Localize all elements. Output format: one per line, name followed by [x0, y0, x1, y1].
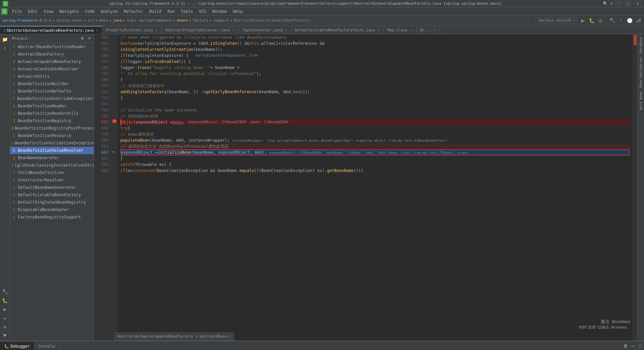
debug-panel-expand[interactable]: □	[637, 342, 644, 350]
menu-run[interactable]: Run	[165, 8, 178, 14]
menu-tools[interactable]: Tools	[178, 8, 196, 14]
code-line-595: // Initialize the bean instance.	[120, 107, 630, 113]
class-icon-6: C	[11, 89, 17, 94]
side-run-icon[interactable]: ▶	[1, 306, 9, 313]
file-tabs: J AbstractAutowireCapableBeanFactory.jav…	[0, 26, 644, 34]
module-sep9: ▸	[230, 18, 233, 23]
menu-file[interactable]: File	[9, 8, 25, 14]
history-button[interactable]: 🕐	[626, 17, 633, 24]
menu-help[interactable]: Help	[230, 8, 245, 14]
tree-item-bdregpostprocessor[interactable]: I BeanDefinitionRegistryPostProcessor	[10, 125, 94, 132]
menu-navigate[interactable]: Navigate	[57, 8, 82, 14]
side-project-icon[interactable]: 📁	[1, 36, 9, 43]
execution-pointer-602: →	[112, 149, 114, 154]
code-line-587: if (logger.isTraceEnabled()) {	[120, 59, 630, 65]
side-structure-icon[interactable]: ≡	[1, 323, 9, 330]
build-button[interactable]: 🔨	[608, 17, 616, 24]
tab-default-listable[interactable]: DefaultListableBeanFactoryTests.java ✕	[292, 26, 384, 34]
tree-item-abstractbeanfactory[interactable]: C AbstractBeanFactory	[10, 50, 94, 58]
menu-build[interactable]: Build	[147, 8, 164, 14]
module-sep3: ▸	[109, 18, 112, 23]
tab-abstract-autowire[interactable]: J AbstractAutowireCapableBeanFactory.jav…	[0, 26, 103, 34]
tree-item-defaultsingletonreg[interactable]: C DefaultSingletonBeanRegistry	[10, 199, 94, 206]
tree-item-beandefinitionoverride[interactable]: C BeanDefinitionOverrideException	[10, 95, 94, 102]
tab-close-4[interactable]: ✕	[376, 28, 380, 32]
minimize-btn[interactable]: ─	[615, 1, 622, 6]
code-line-601: // 调用初始化方法 包括BeanPostProcessor属性处理器	[120, 143, 630, 149]
tree-item-beandefinitiondefaults[interactable]: C BeanDefinitionDefaults	[10, 88, 94, 95]
tree-item-bdvalidationexc[interactable]: C BeanDefinitionValidationException	[10, 139, 94, 147]
class-icon-23: C	[11, 214, 17, 220]
class-icon-4: C	[11, 74, 17, 79]
tree-item-abstractbeandefread[interactable]: C AbstractBeanDefinitionReader	[10, 43, 94, 50]
tab-map-class[interactable]: Map.class ✕	[384, 26, 417, 34]
tree-item-disposablebeanadapter[interactable]: C DisposableBeanAdapter	[10, 206, 94, 213]
tree-item-autowireutils[interactable]: C AutowireUtils	[10, 73, 94, 80]
vcs-button[interactable]: ↑	[617, 17, 624, 24]
tree-item-constructorresolver[interactable]: C ConstructorResolver	[10, 176, 94, 184]
menu-refactor[interactable]: Refactor	[121, 8, 146, 14]
menu-window[interactable]: Window	[210, 8, 229, 14]
side-debug-icon[interactable]: 🐛	[1, 297, 9, 304]
class-icon-12: C	[11, 133, 17, 138]
run-button[interactable]: ▶	[579, 17, 586, 24]
tab-type-converter[interactable]: TypeConverter.java ✕	[239, 26, 291, 34]
tree-item-beannamegenerator[interactable]: I BeanNameGenerator	[10, 154, 94, 162]
debug-panel-gear[interactable]: ⚙	[622, 342, 629, 350]
code-line-593: }	[120, 95, 630, 101]
tab-close-6[interactable]: ✕	[432, 28, 437, 32]
tab-abstract-property[interactable]: AbstractPropertyAccessor.java ✕	[162, 26, 239, 34]
side-commit-icon[interactable]: ↑	[1, 44, 9, 52]
coverage-button[interactable]: ◎	[597, 17, 604, 24]
menu-edit[interactable]: Edit	[25, 8, 40, 14]
menu-analyze[interactable]: Analyze	[98, 8, 120, 14]
code-line-605: if (ex instanceof BeanCreationException …	[120, 168, 630, 174]
tree-item-factorybeanregistrysupport[interactable]: C FactoryBeanRegistrySupport	[10, 213, 94, 221]
panel-label-bookmarks[interactable]: Word Book	[638, 90, 644, 111]
tree-item-autowire-candidate[interactable]: I AutowireCandidateResolver	[10, 65, 94, 73]
tree-item-beandefinitionbuilder[interactable]: C BeanDefinitionBuilder	[10, 80, 94, 88]
tree-item-defaultbeannamegenerator[interactable]: C DefaultBeanNameGenerator	[10, 184, 94, 191]
tree-item-bdvalueresolver[interactable]: C BeanDefinitionValueResolver	[10, 147, 94, 154]
tree-item-beandefinitionreader[interactable]: I BeanDefinitionReader	[10, 102, 94, 110]
debug-panel-minimize[interactable]: ─	[629, 342, 637, 350]
code-line-603: }	[120, 155, 630, 162]
tree-item-autowire-capable[interactable]: I AutowireCapableBeanFactory	[10, 58, 94, 65]
menu-view[interactable]: View	[41, 8, 56, 14]
tree-item-beandefinitionreaderutils[interactable]: C BeanDefinitionReaderUtils	[10, 110, 94, 117]
panel-label-database[interactable]: Database	[638, 36, 644, 55]
tree-item-cglibsubclassing[interactable]: C CglibSubclassingInstantiationStrategy	[10, 162, 94, 169]
tab-close-5[interactable]: ✕	[409, 28, 413, 32]
tree-item-beandefinitionregistry[interactable]: I BeanDefinitionRegistry	[10, 117, 94, 125]
project-gear-btn[interactable]: ⚙	[80, 36, 85, 41]
side-bookmark-icon[interactable]: ★	[1, 314, 9, 322]
window-controls[interactable]: 🔍 ⚙ ─ □ ✕	[603, 1, 642, 6]
git-log-button[interactable]: ⎇	[635, 17, 642, 24]
tab-close-1[interactable]: ✕	[154, 28, 158, 32]
maximize-btn[interactable]: □	[625, 1, 632, 6]
tab-close-3[interactable]: ✕	[284, 28, 288, 32]
menu-vcs[interactable]: VCS	[196, 8, 209, 14]
tab-close-0[interactable]: ✕	[95, 28, 99, 32]
side-build-icon[interactable]: 🔨	[1, 288, 9, 295]
gutter-area: →	[111, 34, 118, 341]
menu-code[interactable]: Code	[82, 8, 98, 14]
code-content[interactable]: // even when triggered by lifecycle inte…	[118, 34, 633, 341]
panel-label-beandefs[interactable]: Bean Validation	[638, 56, 644, 89]
project-close-btn[interactable]: ✕	[86, 36, 92, 41]
debug-run-button[interactable]: 🐛	[588, 17, 595, 24]
tree-item-childbeandefinition[interactable]: C ChildBeanDefinition	[10, 169, 94, 176]
close-btn[interactable]: ✕	[634, 1, 641, 6]
side-favorites-icon[interactable]: ♥	[1, 332, 9, 339]
tab-close-2[interactable]: ✕	[231, 28, 235, 32]
debug-tab-console[interactable]: Console	[34, 342, 60, 350]
tree-item-defaultlistablebeanfactory[interactable]: C DefaultListableBeanFactory	[10, 191, 94, 199]
settings-icon[interactable]: ⚙	[610, 1, 613, 6]
tab-property-accessor[interactable]: PropertyAccessor.java ✕	[103, 26, 162, 34]
breakpoint-597[interactable]	[112, 119, 116, 123]
search-toolbar-icon[interactable]: 🔍	[603, 1, 608, 6]
tree-item-beandefinitionresource[interactable]: C BeanDefinitionResource	[10, 132, 94, 139]
tab-bi[interactable]: Bi... ✕	[417, 26, 440, 34]
debug-tab-debugger[interactable]: 🐛 Debugger	[0, 342, 34, 350]
interface-icon-2: I	[11, 59, 17, 64]
